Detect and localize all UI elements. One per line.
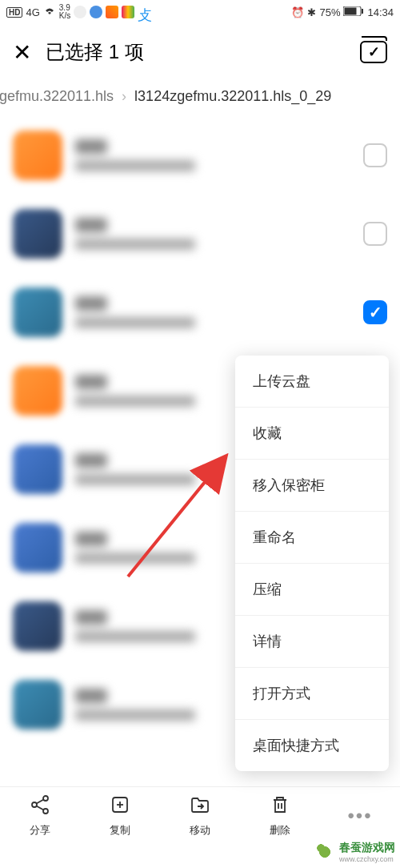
file-icon [13,523,62,573]
status-bar: HD 4G 3.9K/s 攴 ⏰ ✱ 75% 14:34 [0,0,400,24]
file-icon [13,209,62,259]
watermark: 春蚕游戏网 www.czchxy.com [315,841,395,863]
close-icon[interactable]: ✕ [13,39,31,66]
menu-upload-cloud[interactable]: 上传云盘 [235,356,389,408]
breadcrumb[interactable]: zgefmu.322011.hls › l3124zgefmu.322011.h… [0,80,400,116]
breadcrumb-parent[interactable]: zgefmu.322011.hls [0,88,114,105]
delete-button[interactable]: 删除 [240,787,320,844]
app-icon-4 [122,6,134,18]
menu-favorite[interactable]: 收藏 [235,408,389,460]
menu-rename[interactable]: 重命名 [235,512,389,564]
file-icon [13,444,62,494]
check-icon: ✓ [368,43,380,61]
app-icon-5: 攴 [138,6,150,18]
bluetooth-icon: ✱ [307,6,316,18]
menu-move-to-safe[interactable]: 移入保密柜 [235,460,389,512]
select-all-button[interactable]: ✓ [360,41,387,63]
svg-rect-2 [362,9,363,14]
alarm-icon: ⏰ [291,6,304,18]
watermark-name: 春蚕游戏网 [339,841,395,854]
file-info [75,218,350,250]
file-icon [13,601,62,651]
net-speed: 3.9K/s [59,4,70,20]
checkbox-checked[interactable]: ✓ [363,300,387,324]
file-icon [13,287,62,337]
file-row[interactable] [13,116,387,195]
watermark-url: www.czchxy.com [339,855,395,863]
checkbox[interactable] [363,143,387,167]
clock: 14:34 [367,6,394,18]
svg-rect-1 [345,7,357,14]
file-icon [13,366,62,416]
menu-details[interactable]: 详情 [235,616,389,668]
svg-point-5 [43,796,48,801]
move-label: 移动 [190,823,210,838]
file-info [75,139,350,171]
file-row[interactable]: ✓ [13,273,387,352]
app-icon-3 [106,6,118,18]
menu-desktop-shortcut[interactable]: 桌面快捷方式 [235,720,389,771]
move-icon [190,794,210,820]
more-button[interactable]: ••• [320,787,400,844]
file-icon [13,680,62,729]
svg-point-4 [32,802,37,807]
file-icon [13,131,62,180]
share-button[interactable]: 分享 [0,787,80,844]
title-bar: ✕ 已选择 1 项 ✓ [0,24,400,80]
move-button[interactable]: 移动 [160,787,240,844]
svg-line-7 [37,799,44,803]
status-right: ⏰ ✱ 75% 14:34 [291,6,394,18]
trash-icon [270,794,290,820]
chevron-right-icon: › [122,88,126,105]
status-left: HD 4G 3.9K/s 攴 [6,4,150,20]
hd-badge: HD [6,7,22,18]
battery-pct: 75% [319,6,340,18]
checkbox[interactable] [363,222,387,246]
copy-button[interactable]: 复制 [80,787,160,844]
svg-line-8 [37,806,44,810]
menu-open-with[interactable]: 打开方式 [235,668,389,720]
copy-icon [110,794,130,820]
share-label: 分享 [30,823,50,838]
wifi-icon [43,6,56,18]
app-icon-1 [74,6,86,18]
svg-point-6 [43,809,48,814]
copy-label: 复制 [110,823,130,838]
delete-label: 删除 [270,823,290,838]
breadcrumb-current: l3124zgefmu.322011.hls_0_29 [134,88,331,105]
more-icon: ••• [347,805,372,827]
app-icon-2 [90,6,102,18]
menu-compress[interactable]: 压缩 [235,564,389,616]
page-title: 已选择 1 项 [46,39,346,65]
context-menu: 上传云盘 收藏 移入保密柜 重命名 压缩 详情 打开方式 桌面快捷方式 [235,356,389,771]
bottom-toolbar: 分享 复制 移动 删除 ••• [0,786,400,844]
file-row[interactable] [13,195,387,273]
battery-icon [343,6,364,18]
watermark-logo-icon [315,842,334,862]
share-icon [30,794,50,820]
net-type: 4G [26,6,39,18]
file-info [75,296,350,328]
